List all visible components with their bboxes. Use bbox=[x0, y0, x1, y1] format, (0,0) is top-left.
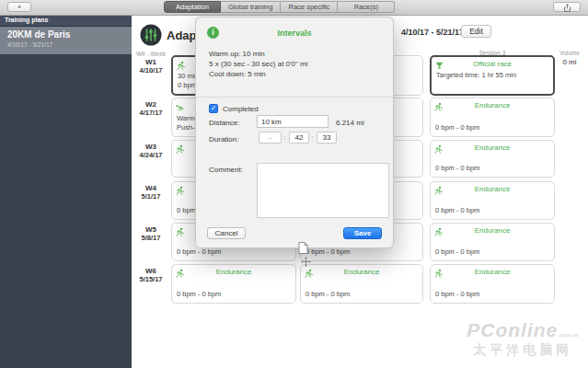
duration-separator: : bbox=[311, 133, 313, 142]
cell-title: Endurance bbox=[172, 268, 295, 276]
cell-title: Endurance bbox=[431, 144, 554, 152]
plan-title: 20KM de Paris bbox=[7, 29, 132, 40]
tab-race-s[interactable]: Race(s) bbox=[338, 1, 395, 13]
tab-global-training[interactable]: Global training bbox=[221, 1, 281, 13]
cell-w1-session3[interactable]: Official raceTargeted time: 1 hr 55 min bbox=[430, 55, 555, 96]
window-toolbar: + AdaptationGlobal trainingRace specific… bbox=[0, 0, 588, 16]
description-line: 5 x (30 sec - 30 sec) at 0'0" mi bbox=[209, 59, 308, 69]
week-label-w5: W55/8/17 bbox=[132, 225, 170, 242]
cell-details: 0 bpm - 0 bpm bbox=[435, 247, 479, 257]
duration-label: Duration: bbox=[209, 135, 238, 144]
cell-details: 0 bpm - 0 bpm bbox=[435, 206, 479, 215]
tab-race-specific[interactable]: Race specific bbox=[281, 1, 338, 13]
cell-details: Targeted time: 1 hr 55 min bbox=[436, 71, 516, 80]
cell-w3-session3[interactable]: Endurance0 bpm - 0 bpm bbox=[430, 140, 555, 178]
cell-details: 0 bpm - 0 bpm bbox=[435, 123, 479, 132]
runner-icon bbox=[176, 59, 186, 71]
adaptation-sliders-icon bbox=[140, 24, 162, 46]
cell-details: 0 bpm - 0 bpm bbox=[435, 164, 479, 173]
edit-button[interactable]: Edit bbox=[461, 25, 491, 38]
duration-separator: : bbox=[283, 133, 285, 142]
plan-subtitle: 4/10/17 - 5/21/17 bbox=[7, 41, 132, 48]
strength-icon bbox=[175, 100, 185, 112]
cell-details: 0 bpm - 0 bpm bbox=[306, 290, 350, 299]
cell-title: Endurance bbox=[301, 268, 422, 276]
cell-title: Official race bbox=[432, 60, 553, 68]
sidebar: Training plans 20KM de Paris 4/10/17 - 5… bbox=[0, 15, 132, 368]
runner-icon bbox=[175, 184, 185, 196]
distance-input[interactable] bbox=[257, 115, 329, 128]
cell-w6-session2[interactable]: Endurance0 bpm - 0 bpm bbox=[300, 264, 423, 304]
cancel-button[interactable]: Cancel bbox=[207, 227, 246, 239]
move-cursor-icon bbox=[300, 255, 312, 271]
share-button[interactable] bbox=[553, 2, 581, 12]
add-plan-button[interactable]: + bbox=[7, 2, 31, 12]
cell-w4-session3[interactable]: Endurance0 bpm - 0 bpm bbox=[430, 181, 555, 220]
cell-title: Endurance bbox=[431, 268, 554, 276]
completed-checkbox[interactable] bbox=[209, 104, 218, 113]
workout-description: Warm up: 10 min 5 x (30 sec - 30 sec) at… bbox=[209, 49, 308, 79]
tab-bar: AdaptationGlobal trainingRace specificRa… bbox=[164, 1, 395, 13]
distance-label: Distance: bbox=[209, 119, 239, 127]
cell-details: 0 bpm - 0 bpm bbox=[435, 290, 479, 299]
runner-icon bbox=[175, 225, 185, 237]
plan-date-range: 4/10/17 - 5/21/17 bbox=[401, 28, 464, 37]
intervals-dialog: i Intervals Warm up: 10 min 5 x (30 sec … bbox=[195, 17, 394, 248]
duration-seconds-field[interactable]: 33 bbox=[317, 132, 337, 144]
cell-details: 0 bpm - 0 bpm bbox=[177, 290, 221, 299]
cell-title: Endurance bbox=[431, 226, 554, 235]
description-line: Cool down: 5 min bbox=[209, 69, 308, 79]
description-line: Warm up: 10 min bbox=[209, 49, 308, 59]
divider bbox=[196, 97, 393, 98]
comment-label: Comment: bbox=[209, 166, 243, 174]
sidebar-header: Training plans bbox=[0, 15, 132, 27]
cell-details: 0 bpm - 0 bpm bbox=[177, 247, 221, 257]
cell-w6-session3[interactable]: Endurance0 bpm - 0 bpm bbox=[430, 264, 555, 304]
duration-hours-field[interactable]: -- bbox=[259, 132, 282, 144]
sidebar-item-training-plan[interactable]: 20KM de Paris 4/10/17 - 5/21/17 bbox=[0, 27, 132, 54]
cell-title: Endurance bbox=[431, 185, 554, 193]
cell-w6-session1[interactable]: Endurance0 bpm - 0 bpm bbox=[171, 264, 296, 304]
cell-details: 0 bpm bbox=[177, 206, 196, 215]
cell-w5-session3[interactable]: Endurance0 bpm - 0 bpm bbox=[430, 223, 555, 261]
week-label-w6: W65/15/17 bbox=[132, 267, 170, 283]
week-label-w2: W24/17/17 bbox=[132, 100, 170, 117]
training-app-window: + AdaptationGlobal trainingRace specific… bbox=[0, 0, 588, 368]
week-label-w1: W14/10/17 bbox=[132, 58, 170, 75]
comment-textarea[interactable] bbox=[257, 163, 389, 218]
week-label-w3: W34/24/17 bbox=[132, 143, 170, 159]
duration-minutes-field[interactable]: 42 bbox=[289, 132, 309, 144]
cell-title: Endurance bbox=[431, 101, 554, 109]
share-icon bbox=[563, 6, 571, 14]
runner-icon bbox=[175, 143, 185, 155]
volume-w1: 0 mi bbox=[554, 58, 585, 66]
week-label-w4: W45/1/17 bbox=[132, 184, 170, 201]
tab-adaptation[interactable]: Adaptation bbox=[164, 1, 221, 13]
dialog-title: Intervals bbox=[196, 29, 393, 38]
completed-label: Completed bbox=[223, 105, 259, 113]
distance-converted: 6.214 mi bbox=[336, 119, 364, 127]
save-button[interactable]: Save bbox=[343, 227, 382, 239]
cell-details: 0 bpm - 0 bpm bbox=[306, 247, 350, 257]
cell-w2-session3[interactable]: Endurance0 bpm - 0 bpm bbox=[430, 98, 555, 137]
